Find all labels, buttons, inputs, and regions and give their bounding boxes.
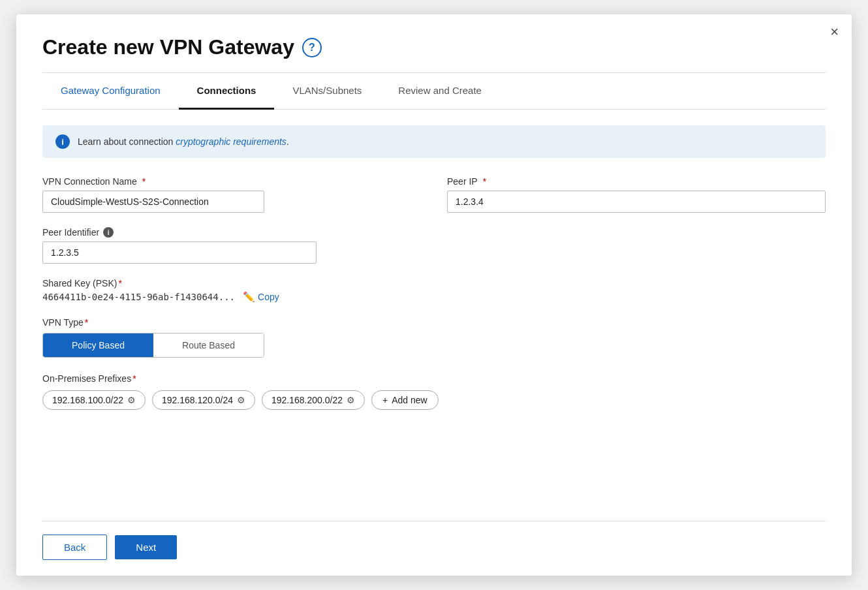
- info-banner: i Learn about connection cryptographic r…: [42, 125, 826, 158]
- vpn-type-label: VPN Type*: [42, 317, 826, 328]
- footer: Back Next: [42, 521, 826, 560]
- main-content: i Learn about connection cryptographic r…: [42, 110, 826, 521]
- prefix-chip-0: 192.168.100.0/22 ⚙: [42, 390, 146, 410]
- next-button[interactable]: Next: [115, 535, 177, 559]
- tab-bar: Gateway Configuration Connections VLANs/…: [42, 73, 826, 110]
- peer-identifier-input[interactable]: [42, 241, 317, 264]
- modal-title-text: Create new VPN Gateway: [42, 35, 294, 59]
- shared-key-value-row: 4664411b-0e24-4115-96ab-f1430644... ✏️ C…: [42, 291, 826, 303]
- help-icon[interactable]: ?: [302, 38, 322, 57]
- prefix-gear-icon-1[interactable]: ⚙: [237, 395, 245, 405]
- vpn-connection-name-label: VPN Connection Name*: [42, 176, 421, 187]
- vpn-type-toggle-group: Policy Based Route Based: [42, 333, 264, 358]
- add-new-prefix-button[interactable]: + Add new: [371, 390, 439, 410]
- info-banner-text: Learn about connection cryptographic req…: [78, 136, 289, 147]
- modal-container: × Create new VPN Gateway ? Gateway Confi…: [16, 14, 852, 576]
- peer-ip-label: Peer IP*: [447, 176, 826, 187]
- vpn-type-section: VPN Type* Policy Based Route Based: [42, 317, 826, 358]
- peer-ip-input[interactable]: [447, 191, 826, 213]
- on-premises-prefixes-label: On-Premises Prefixes*: [42, 373, 826, 384]
- add-new-label: Add new: [392, 395, 427, 405]
- add-new-plus-icon: +: [382, 395, 388, 405]
- prefix-chip-value-2: 192.168.200.0/22: [271, 395, 343, 405]
- name-ip-row: VPN Connection Name* Peer IP*: [42, 176, 826, 213]
- vpn-connection-name-input[interactable]: [42, 191, 264, 213]
- tab-connections[interactable]: Connections: [179, 73, 275, 110]
- copy-label: Copy: [258, 292, 279, 302]
- vpn-type-policy-based-button[interactable]: Policy Based: [43, 334, 153, 357]
- tab-gateway-configuration[interactable]: Gateway Configuration: [42, 73, 179, 110]
- vpn-type-route-based-button[interactable]: Route Based: [153, 334, 264, 357]
- prefixes-row: 192.168.100.0/22 ⚙ 192.168.120.0/24 ⚙ 19…: [42, 390, 826, 410]
- pencil-icon: ✏️: [243, 291, 255, 303]
- prefix-chip-value-1: 192.168.120.0/24: [162, 395, 233, 405]
- prefix-gear-icon-2[interactable]: ⚙: [347, 395, 355, 405]
- peer-identifier-label: Peer Identifier i: [42, 227, 317, 238]
- peer-identifier-row: Peer Identifier i: [42, 227, 826, 264]
- modal-title-row: Create new VPN Gateway ?: [42, 35, 826, 59]
- prefix-chip-value-0: 192.168.100.0/22: [52, 395, 123, 405]
- peer-identifier-group: Peer Identifier i: [42, 227, 317, 264]
- tab-review-and-create[interactable]: Review and Create: [380, 73, 500, 110]
- crypto-requirements-link[interactable]: cryptographic requirements: [176, 136, 287, 147]
- prefix-chip-2: 192.168.200.0/22 ⚙: [262, 390, 365, 410]
- shared-key-label: Shared Key (PSK)*: [42, 278, 826, 288]
- peer-identifier-info-icon[interactable]: i: [103, 227, 114, 238]
- prefix-gear-icon-0[interactable]: ⚙: [127, 395, 136, 405]
- info-circle-icon: i: [55, 134, 70, 149]
- tab-vlans-subnets[interactable]: VLANs/Subnets: [274, 73, 380, 110]
- vpn-connection-name-group: VPN Connection Name*: [42, 176, 421, 213]
- peer-ip-group: Peer IP*: [447, 176, 826, 213]
- shared-key-edit-button[interactable]: ✏️ Copy: [243, 291, 279, 303]
- prefix-chip-1: 192.168.120.0/24 ⚙: [152, 390, 255, 410]
- close-button[interactable]: ×: [830, 25, 839, 39]
- on-premises-prefixes-section: On-Premises Prefixes* 192.168.100.0/22 ⚙…: [42, 373, 826, 410]
- shared-key-value: 4664411b-0e24-4115-96ab-f1430644...: [42, 292, 235, 302]
- shared-key-section: Shared Key (PSK)* 4664411b-0e24-4115-96a…: [42, 278, 826, 303]
- back-button[interactable]: Back: [42, 535, 107, 560]
